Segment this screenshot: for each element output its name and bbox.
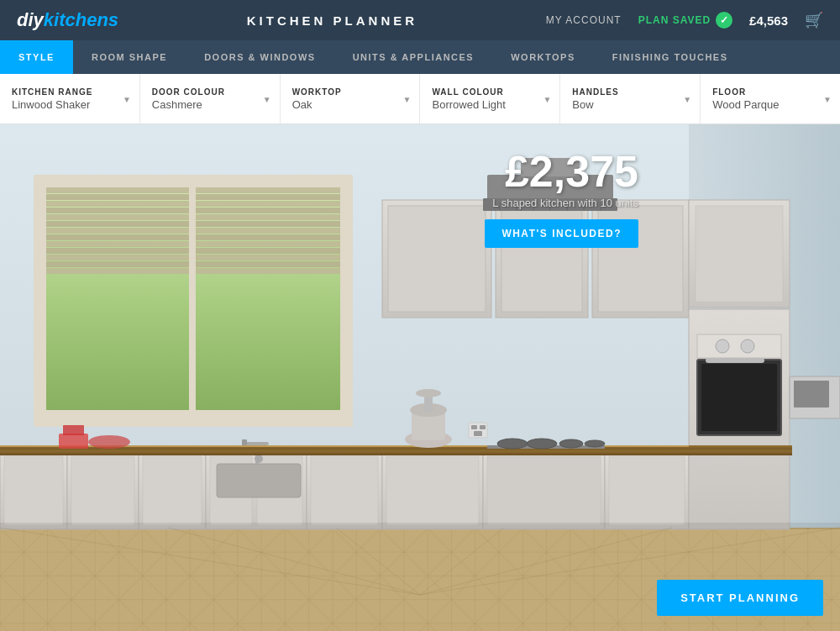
top-navigation: diykitchens KITCHEN PLANNER MY ACCOUNT P…	[0, 0, 840, 40]
options-bar: KITCHEN RANGE Linwood Shaker ▼ DOOR COLO…	[0, 74, 840, 124]
worktop-label: WORKTOP	[292, 87, 408, 97]
svg-point-81	[716, 339, 729, 353]
svg-rect-73	[487, 456, 601, 525]
tab-doors-windows[interactable]: DOORS & WINDOWS	[186, 40, 334, 74]
svg-point-94	[585, 440, 605, 447]
svg-rect-86	[794, 381, 829, 408]
plan-saved-indicator: PLAN SAVED ✓	[638, 12, 732, 29]
svg-rect-100	[59, 434, 88, 449]
svg-rect-34	[196, 248, 340, 254]
whats-included-button[interactable]: WHAT'S INCLUDED?	[485, 219, 638, 248]
option-kitchen-range[interactable]: KITCHEN RANGE Linwood Shaker ▼	[0, 74, 140, 124]
svg-rect-14	[46, 201, 189, 207]
svg-rect-15	[46, 208, 189, 213]
svg-rect-78	[701, 364, 777, 431]
worktop-value: Oak	[292, 98, 408, 111]
cart-icon[interactable]: 🛒	[805, 11, 823, 29]
tab-navigation: STYLE ROOM SHAPE DOORS & WINDOWS UNITS &…	[0, 40, 840, 74]
tab-units-appliances[interactable]: UNITS & APPLIANCES	[334, 40, 493, 74]
option-door-colour[interactable]: DOOR COLOUR Cashmere ▼	[140, 74, 281, 124]
tab-worktops[interactable]: WORKTOPS	[492, 40, 594, 74]
svg-rect-88	[687, 445, 792, 455]
kitchen-range-arrow: ▼	[123, 94, 131, 103]
wall-colour-arrow: ▼	[543, 94, 551, 103]
svg-point-102	[88, 435, 130, 449]
svg-rect-37	[196, 268, 340, 274]
svg-rect-20	[46, 241, 189, 247]
tab-room-shape[interactable]: ROOM SHAPE	[73, 40, 186, 74]
price-overlay: £2,375 L shaped kitchen with 10 units WH…	[485, 150, 638, 248]
nav-right: MY ACCOUNT PLAN SAVED ✓ £4,563 🛒	[546, 11, 823, 29]
floor-label: FLOOR	[712, 87, 828, 97]
svg-rect-106	[474, 431, 482, 436]
svg-rect-24	[46, 268, 189, 274]
svg-rect-11	[196, 187, 340, 410]
svg-rect-21	[46, 248, 189, 254]
option-floor[interactable]: FLOOR Wood Parque ▼	[701, 74, 840, 124]
wall-colour-value: Borrowed Light	[432, 98, 548, 111]
svg-rect-12	[46, 187, 189, 193]
svg-rect-55	[4, 456, 63, 525]
scene-description: L shaped kitchen with 10 units	[485, 197, 638, 209]
svg-rect-104	[471, 425, 477, 429]
door-colour-value: Cashmere	[152, 98, 268, 111]
kitchen-scene: £2,375 L shaped kitchen with 10 units WH…	[0, 124, 840, 631]
scene-price: £2,375	[485, 150, 638, 193]
svg-point-82	[741, 339, 754, 353]
logo-diy: diy	[17, 9, 44, 31]
my-account-link[interactable]: MY ACCOUNT	[546, 14, 622, 26]
option-worktop[interactable]: WORKTOP Oak ▼	[281, 74, 421, 124]
option-handles[interactable]: HANDLES Bow ▼	[560, 74, 701, 124]
kitchen-visualization	[0, 124, 840, 631]
svg-rect-25	[196, 187, 340, 193]
svg-rect-66	[244, 442, 269, 445]
svg-rect-16	[46, 214, 189, 220]
svg-rect-71	[386, 456, 479, 525]
svg-rect-33	[196, 241, 340, 247]
start-planning-button[interactable]: START PLANNING	[657, 580, 823, 616]
worktop-arrow: ▼	[403, 94, 412, 103]
svg-point-99	[416, 389, 441, 397]
basket-price: £4,563	[749, 13, 788, 28]
svg-rect-26	[196, 194, 340, 200]
option-wall-colour[interactable]: WALL COLOUR Borrowed Light ▼	[420, 74, 560, 124]
svg-rect-39	[388, 206, 486, 312]
svg-rect-35	[196, 255, 340, 260]
svg-rect-27	[196, 201, 340, 207]
svg-rect-80	[697, 334, 781, 358]
svg-rect-23	[46, 261, 189, 267]
tab-finishing-touches[interactable]: FINISHING TOUCHES	[594, 40, 747, 74]
plan-saved-checkmark: ✓	[716, 12, 732, 29]
svg-rect-101	[63, 425, 84, 435]
handles-label: HANDLES	[572, 87, 688, 97]
logo[interactable]: diykitchens	[17, 9, 118, 31]
svg-rect-17	[46, 221, 189, 227]
kitchen-range-label: KITCHEN RANGE	[12, 87, 128, 97]
svg-rect-59	[143, 456, 202, 525]
svg-rect-69	[311, 456, 378, 525]
svg-rect-36	[196, 261, 340, 267]
svg-rect-107	[0, 523, 840, 529]
svg-rect-67	[242, 439, 247, 446]
door-colour-arrow: ▼	[263, 94, 271, 103]
svg-rect-57	[71, 456, 134, 525]
tab-style[interactable]: STYLE	[0, 40, 73, 74]
svg-point-92	[527, 439, 557, 449]
svg-rect-19	[46, 234, 189, 240]
door-colour-label: DOOR COLOUR	[152, 87, 268, 97]
kitchen-range-value: Linwood Shaker	[12, 98, 128, 111]
svg-point-93	[559, 439, 583, 448]
svg-rect-30	[196, 221, 340, 227]
svg-rect-75	[609, 456, 685, 525]
svg-rect-10	[46, 187, 189, 410]
svg-rect-29	[196, 214, 340, 220]
svg-rect-63	[217, 464, 301, 497]
floor-arrow: ▼	[823, 94, 832, 103]
logo-kitchens: kitchens	[44, 9, 118, 31]
svg-rect-32	[196, 234, 340, 240]
app-title: KITCHEN PLANNER	[247, 13, 417, 28]
svg-rect-13	[46, 194, 189, 200]
handles-arrow: ▼	[683, 94, 691, 103]
svg-rect-22	[46, 255, 189, 260]
svg-rect-105	[480, 425, 486, 429]
